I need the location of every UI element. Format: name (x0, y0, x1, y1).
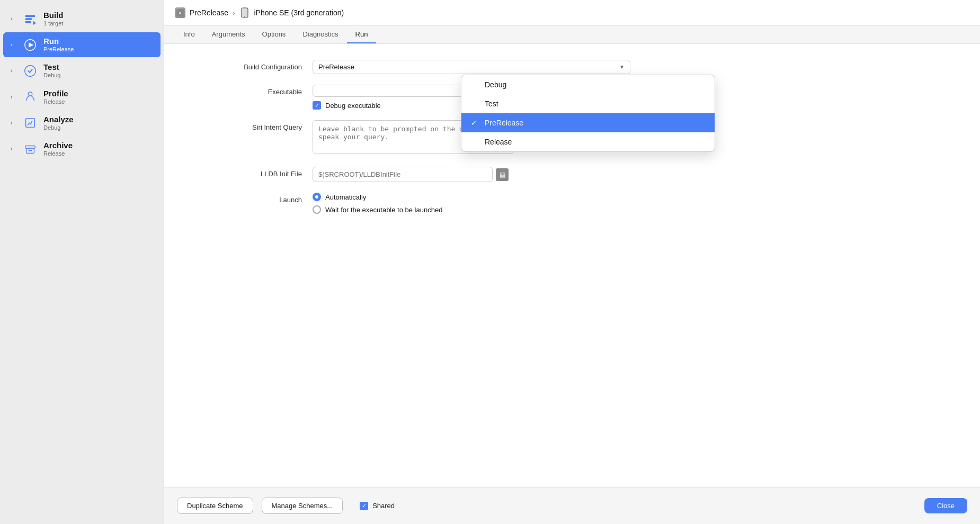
form-area: Build Configuration PreRelease ▼ Executa… (164, 44, 980, 487)
run-text: Run PreRelease (43, 37, 74, 53)
test-label: Test (43, 62, 60, 72)
duplicate-scheme-button[interactable]: Duplicate Scheme (177, 498, 253, 514)
svg-text:A: A (179, 11, 182, 15)
svg-rect-0 (25, 15, 35, 17)
archive-label: Archive (43, 141, 73, 150)
manage-schemes-button[interactable]: Manage Schemes... (262, 498, 343, 514)
build-sublabel: 1 target (43, 20, 64, 27)
shared-label: Shared (372, 502, 395, 510)
lldb-file-input-row: ▤ (313, 167, 630, 182)
svg-rect-13 (243, 7, 246, 8)
sidebar-item-profile[interactable]: › Profile Release (3, 85, 161, 110)
sidebar-item-archive[interactable]: › Archive Release (3, 137, 161, 161)
prerelease-check-icon: ✓ (471, 119, 479, 127)
tab-info[interactable]: Info (175, 26, 203, 43)
bottom-bar: Duplicate Scheme Manage Schemes... ✓ Sha… (164, 487, 980, 524)
launch-label: Launch (196, 193, 302, 204)
test-chevron-icon: › (11, 68, 17, 74)
dropdown-prerelease-label: PreRelease (485, 119, 523, 127)
dropdown-item-test[interactable]: Test (461, 94, 715, 113)
test-icon (22, 63, 38, 79)
chevron-icon: › (11, 16, 17, 22)
svg-point-5 (25, 66, 35, 76)
app-icon: A (175, 7, 185, 18)
svg-rect-1 (25, 18, 32, 20)
file-browse-button[interactable]: ▤ (496, 168, 509, 181)
tab-arguments[interactable]: Arguments (203, 26, 254, 43)
tabs-row: Info Arguments Options Diagnostics Run (164, 26, 980, 44)
breadcrumb-scheme: PreRelease (190, 8, 228, 17)
tab-diagnostics[interactable]: Diagnostics (294, 26, 346, 43)
test-sublabel: Debug (43, 72, 60, 79)
folder-icon: ▤ (500, 171, 505, 178)
archive-icon (22, 141, 38, 157)
archive-text: Archive Release (43, 141, 73, 157)
launch-wait-radio[interactable] (313, 205, 321, 214)
lldb-init-label: LLDB Init File (196, 167, 302, 178)
svg-rect-8 (25, 146, 35, 148)
launch-auto-label: Automatically (325, 193, 366, 201)
dropdown-item-release[interactable]: Release (461, 132, 715, 151)
launch-wait-row: Wait for the executable to be launched (313, 205, 630, 214)
svg-rect-2 (25, 21, 31, 23)
profile-icon (22, 89, 38, 105)
build-icon (22, 11, 38, 27)
lldb-init-input[interactable] (313, 167, 493, 182)
sidebar-item-test[interactable]: › Test Debug (3, 58, 161, 83)
tab-options[interactable]: Options (254, 26, 295, 43)
breadcrumb-chevron-icon: › (233, 9, 235, 17)
siri-intent-label: Siri Intent Query (196, 120, 302, 131)
dropdown-item-prerelease[interactable]: ✓ PreRelease (461, 113, 715, 132)
run-icon (22, 37, 38, 53)
build-label: Build (43, 11, 64, 20)
profile-sublabel: Release (43, 98, 68, 105)
sidebar-item-run[interactable]: › Run PreRelease (3, 32, 161, 57)
analyze-sublabel: Debug (43, 124, 74, 131)
test-text: Test Debug (43, 62, 60, 79)
sidebar-item-analyze[interactable]: › Analyze Debug (3, 111, 161, 135)
launch-control: Automatically Wait for the executable to… (313, 193, 630, 218)
run-label: Run (43, 37, 74, 46)
dropdown-test-label: Test (485, 100, 498, 108)
dropdown-debug-label: Debug (485, 80, 506, 89)
debug-executable-label: Debug executable (325, 102, 381, 110)
lldb-init-control: ▤ (313, 167, 630, 182)
archive-chevron-icon: › (11, 146, 17, 152)
analyze-label: Analyze (43, 115, 74, 124)
debug-executable-checkbox[interactable]: ✓ (313, 101, 321, 110)
run-chevron-icon: › (11, 42, 17, 48)
sidebar: › Build 1 target › (0, 0, 164, 524)
profile-chevron-icon: › (11, 94, 17, 100)
profile-text: Profile Release (43, 89, 68, 105)
tab-run[interactable]: Run (347, 26, 377, 43)
build-config-control: PreRelease ▼ (313, 60, 630, 74)
launch-auto-radio[interactable] (313, 193, 321, 201)
analyze-chevron-icon: › (11, 120, 17, 126)
svg-point-6 (28, 92, 32, 96)
launch-wait-label: Wait for the executable to be launched (325, 206, 442, 214)
launch-row: Launch Automatically Wait for the execut… (196, 193, 948, 218)
analyze-text: Analyze Debug (43, 115, 74, 131)
svg-rect-7 (26, 119, 35, 128)
shared-row: ✓ Shared (360, 502, 395, 510)
svg-point-14 (244, 16, 245, 17)
device-icon (239, 7, 250, 18)
profile-label: Profile (43, 89, 68, 98)
sidebar-item-build[interactable]: › Build 1 target (3, 6, 161, 31)
build-config-select[interactable]: PreRelease ▼ (313, 60, 630, 74)
dropdown-item-debug[interactable]: Debug (461, 75, 715, 94)
dropdown-release-label: Release (485, 138, 512, 146)
build-text: Build 1 target (43, 11, 64, 27)
breadcrumb-device: iPhone SE (3rd generation) (254, 8, 344, 17)
shared-checkbox[interactable]: ✓ (360, 502, 368, 510)
lldb-init-row: LLDB Init File ▤ (196, 167, 948, 182)
build-config-row: Build Configuration PreRelease ▼ (196, 60, 948, 74)
analyze-icon (22, 115, 38, 131)
launch-auto-row: Automatically (313, 193, 630, 201)
archive-sublabel: Release (43, 150, 73, 157)
build-config-dropdown: Debug Test ✓ PreRelease Release (461, 75, 715, 152)
main-content: A PreRelease › iPhone SE (3rd generation… (164, 0, 980, 524)
run-sublabel: PreRelease (43, 46, 74, 53)
close-button[interactable]: Close (924, 498, 967, 513)
build-config-value: PreRelease (318, 63, 354, 71)
